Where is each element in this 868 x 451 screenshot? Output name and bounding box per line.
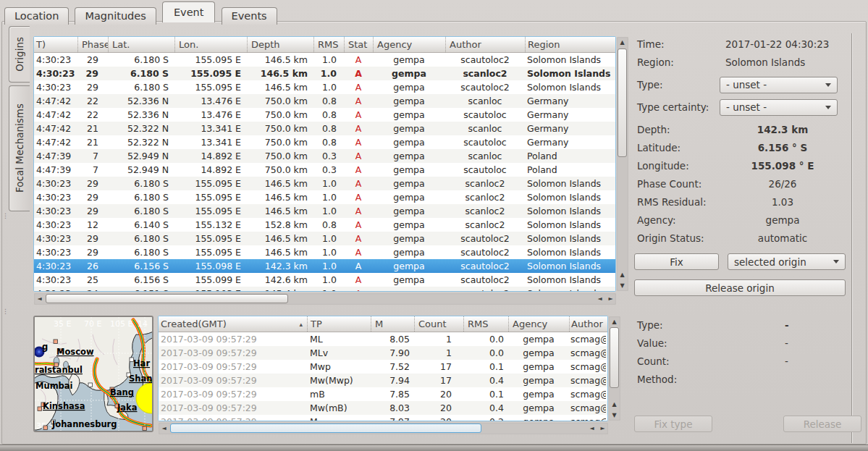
scroll-up-icon[interactable]: ▲ [609,399,620,410]
column-header-t-[interactable]: T) [34,37,77,52]
origins-table-header: T)PhaseLat.Lon.DepthRMSStatAgencyAuthorR… [34,37,615,53]
scroll-left-icon[interactable]: ◄ [586,423,597,434]
table-row[interactable]: 4:30:23126.140 S155.132 E152.8 km0.8Agem… [34,218,615,232]
column-header-region[interactable]: Region [525,37,615,52]
tab-events[interactable]: Events [222,7,277,25]
mag-type-label: Type: [634,319,720,331]
scroll-right-icon[interactable]: ► [597,423,608,434]
scrollbar-thumb[interactable] [618,49,627,157]
table-row[interactable]: 2017-03-09 09:57:29Mw(Mwp)7.94170.4gempa… [159,374,607,387]
station-marker [88,383,93,387]
column-header-count[interactable]: Count [414,316,463,332]
table-cell: 52.336 N [108,108,174,122]
scroll-up-icon[interactable]: ▲ [617,37,628,48]
column-header-created-gmt-[interactable]: Created(GMT)▴ [159,316,307,332]
table-row[interactable]: 2017-03-09 09:57:29MLv7.9010.0gempascmag… [159,346,607,360]
column-header-author[interactable]: Author [569,316,606,332]
table-cell: scmag@ [569,332,606,346]
mag-value-label: Value: [634,337,720,349]
fix-type-button[interactable]: Fix type [634,416,712,432]
table-cell: 750.0 km [247,135,313,149]
table-row[interactable]: 2017-03-09 09:57:29Mw(mB)8.03200.4gempas… [159,401,607,415]
splitter-handle[interactable]: ⋮ [2,310,7,313]
side-tab-origins[interactable]: Origins [9,26,30,83]
table-row[interactable]: 2017-03-09 09:57:29mB7.85200.1gempascmag… [159,387,607,401]
side-tab-focal-mechanisms[interactable]: Focal Mechanisms [9,85,30,211]
table-row[interactable]: 4:30:23296.180 S155.095 E146.5 km1.0Agem… [34,67,615,80]
table-row[interactable]: 4:30:23296.180 S155.095 E146.5 km1.0Agem… [34,177,615,190]
type-certainty-select[interactable]: - unset - [720,99,838,116]
column-header-lon-[interactable]: Lon. [174,37,247,52]
scroll-left-icon[interactable]: ◄ [34,293,45,304]
column-header-lat-[interactable]: Lat. [108,37,174,52]
table-cell: 4:30:23 [34,273,77,287]
table-row[interactable]: 4:30:23246.151 S155.103 E145.4 km1.0Agem… [34,287,615,291]
column-header-rms[interactable]: RMS [313,37,344,52]
scroll-up-icon[interactable]: ▲ [617,269,628,280]
scroll-down-icon[interactable]: ▼ [617,280,628,291]
scrollbar-thumb[interactable] [46,294,288,303]
chevron-down-icon [833,260,839,264]
agency-label: Agency: [634,214,720,226]
table-row[interactable]: 4:47:422252.336 N13.476 E750.0 km0.8Agem… [34,108,615,122]
scrollbar-thumb[interactable] [610,327,619,388]
table-row[interactable]: 4:47:39752.949 N14.892 E750.0 km0.3Agemp… [34,149,615,163]
table-cell: 13.476 E [174,94,247,108]
table-row[interactable]: 4:47:422152.322 N13.341 E750.0 km0.8Agem… [34,122,615,135]
region-map-thumbnail[interactable]: 35 E70 E105 E1435 S MoscowgraIstanbulHar… [33,316,153,432]
table-cell: gempa [508,387,569,401]
tab-magnitudes[interactable]: Magnitudes [75,7,156,25]
origins-h-scrollbar[interactable]: ◄ ◄ ► [34,293,616,305]
column-header-tp[interactable]: TP [307,316,371,332]
table-row[interactable]: 4:30:23296.180 S155.095 E146.5 km1.0Agem… [34,245,615,259]
table-row[interactable]: 4:30:23266.156 S155.098 E142.3 km1.0Agem… [34,259,615,273]
table-cell: A [344,108,373,122]
table-row[interactable]: 4:30:23296.180 S155.095 E146.5 km1.0Agem… [34,190,615,204]
scroll-right-icon[interactable]: ► [605,293,616,304]
table-cell: 2017-03-09 09:57:29 [159,332,307,346]
scrollbar-thumb[interactable] [170,423,481,433]
column-header-agency[interactable]: Agency [508,316,569,332]
table-row[interactable]: 4:47:422152.322 N13.341 E750.0 km0.8Agem… [34,135,615,149]
scroll-left-icon[interactable]: ◄ [594,293,605,304]
table-cell: 4:47:42 [34,135,77,149]
phase-count-value: 26/26 [720,178,846,190]
table-row[interactable]: 2017-03-09 09:57:29Mwp7.52170.1gempascma… [159,360,607,374]
column-header-author[interactable]: Author [445,37,525,52]
table-row[interactable]: 4:30:23296.180 S155.095 E146.5 km1.0Agem… [34,53,615,67]
table-row[interactable]: 4:30:23296.180 S155.095 E146.5 km1.0Agem… [34,204,615,218]
table-row[interactable]: 2017-03-09 09:57:29M7.97200.2gempascmag@ [159,415,607,421]
splitter-handle[interactable]: ⋮ [2,214,7,217]
release-origin-button[interactable]: Release origin [634,279,846,296]
table-row[interactable]: 4:30:23256.156 S155.099 E142.6 km1.0Agem… [34,273,615,287]
table-cell: 6.180 S [108,177,174,190]
magnitudes-h-scrollbar[interactable]: ◄ ◄ ► [159,423,608,434]
column-header-rms[interactable]: RMS [463,316,508,332]
table-cell: 2017-03-09 09:57:29 [159,346,307,360]
column-header-phase[interactable]: Phase [77,37,108,52]
table-cell: 29 [77,67,108,80]
magnitudes-v-scrollbar[interactable]: ▲ ▲ ▼ [609,316,620,421]
release-magnitude-button[interactable]: Release [783,416,861,432]
table-cell: Poland [525,163,615,177]
scroll-left-icon[interactable]: ◄ [159,423,169,434]
scroll-down-icon[interactable]: ▼ [609,410,620,421]
table-row[interactable]: 4:30:23296.180 S155.095 E146.5 km1.0Agem… [34,80,615,94]
panel-splitter[interactable] [851,33,853,443]
table-row[interactable]: 2017-03-09 09:57:29ML8.0510.0gempascmag@ [159,332,607,346]
event-type-select[interactable]: - unset - [720,77,838,93]
column-header-depth[interactable]: Depth [247,37,313,52]
tab-location[interactable]: Location [4,7,69,25]
scroll-up-icon[interactable]: ▲ [609,316,620,327]
table-cell: 4:47:39 [34,149,77,163]
column-header-m[interactable]: M [371,316,414,332]
table-row[interactable]: 4:47:422252.336 N13.476 E750.0 km0.8Agem… [34,94,615,108]
table-row[interactable]: 4:30:23296.180 S155.095 E146.5 km1.0Agem… [34,232,615,245]
fix-target-select[interactable]: selected origin [728,253,846,270]
table-row[interactable]: 4:47:39752.949 N14.892 E750.0 km0.3Agemp… [34,163,615,177]
column-header-agency[interactable]: Agency [373,37,445,52]
tab-event[interactable]: Event [162,1,216,22]
column-header-stat[interactable]: Stat [344,37,373,52]
fix-button[interactable]: Fix [634,253,719,270]
origins-v-scrollbar[interactable]: ▲ ▲ ▼ [617,37,628,291]
